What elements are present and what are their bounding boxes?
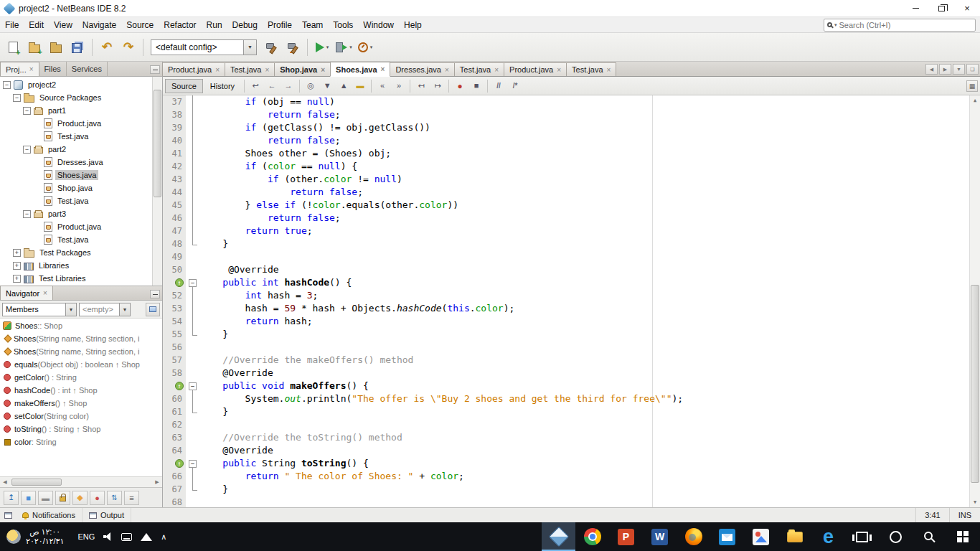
panel-tab-services[interactable]: Services xyxy=(67,62,108,76)
cortana-taskbar-button[interactable] xyxy=(879,522,913,551)
menu-run[interactable]: Run xyxy=(202,18,227,32)
search-taskbar-button[interactable] xyxy=(913,522,946,551)
language-indicator[interactable]: ENG xyxy=(77,532,95,541)
collapse-all-button[interactable]: ≡ xyxy=(124,491,139,505)
menu-refactor[interactable]: Refactor xyxy=(159,18,201,32)
menu-view[interactable]: View xyxy=(49,18,77,32)
sort-by-name-button[interactable]: ◆ xyxy=(72,491,88,505)
editor-forward-button[interactable]: → xyxy=(281,79,296,93)
show-inherited-button[interactable]: ↥ xyxy=(4,491,19,505)
editor-comment-button[interactable]: // xyxy=(491,79,507,93)
code-line[interactable]: 48 } xyxy=(163,237,980,250)
menu-window[interactable]: Window xyxy=(358,18,399,32)
editor-last-edit-button[interactable]: ↩ xyxy=(248,79,263,93)
editor-shift-right-button[interactable]: ↦ xyxy=(430,79,446,93)
restore-button[interactable] xyxy=(928,0,954,17)
tree-item-project2[interactable]: −project2 xyxy=(0,78,162,91)
menu-edit[interactable]: Edit xyxy=(24,18,49,32)
chevron-down-icon[interactable]: ▼ xyxy=(243,40,256,55)
tree-item-test-packages[interactable]: +Test Packages xyxy=(0,246,162,259)
editor-tab-shop-java[interactable]: Shop.java× xyxy=(274,62,331,76)
scroll-tabs-left-button[interactable]: ◀ xyxy=(925,64,938,75)
code-line[interactable]: 40 return false; xyxy=(163,134,980,147)
chevron-up-icon[interactable]: ∧ xyxy=(161,532,166,542)
toolbar-save-all-button[interactable] xyxy=(67,37,88,57)
navigator-horizontal-scrollbar[interactable]: ◀ ▶ xyxy=(0,476,162,487)
speaker-icon[interactable] xyxy=(103,532,113,541)
code-editor[interactable]: 37 if (obj == null)38 return false;39 if… xyxy=(163,95,980,507)
chevron-down-icon[interactable]: ▼ xyxy=(119,303,130,316)
search-dropdown-icon[interactable]: ▾ xyxy=(834,22,837,28)
editor-macro-start-button[interactable]: ● xyxy=(452,79,468,93)
chevron-down-icon[interactable]: ▼ xyxy=(65,303,76,316)
word-taskbar-button[interactable]: W xyxy=(643,522,677,551)
show-fields-button[interactable]: ■ xyxy=(21,491,36,505)
scope-filter-combobox[interactable]: <empty> ▼ xyxy=(79,303,131,316)
toolbar-run-button[interactable]: ▾ xyxy=(312,37,332,57)
tree-vertical-scrollbar[interactable] xyxy=(152,77,162,286)
code-line[interactable]: 52 int hash = 3; xyxy=(163,289,980,302)
editor-macro-stop-button[interactable]: ■ xyxy=(468,79,484,93)
config-combobox[interactable]: <default config> ▼ xyxy=(151,39,257,55)
code-line[interactable]: 46 return false; xyxy=(163,212,980,225)
debug-dropdown-icon[interactable]: ▾ xyxy=(349,44,352,50)
history-view-button[interactable]: History xyxy=(204,79,241,93)
wifi-icon[interactable] xyxy=(141,533,152,541)
code-line[interactable]: 56 xyxy=(163,341,980,354)
explorer-taskbar-button[interactable] xyxy=(778,522,811,551)
navigator-item[interactable]: toString() : String ↑ Shop xyxy=(0,423,162,435)
remote-status-icon[interactable] xyxy=(0,512,16,519)
source-view-button[interactable]: Source xyxy=(165,79,203,93)
menu-profile[interactable]: Profile xyxy=(263,18,297,32)
mail-taskbar-button[interactable] xyxy=(710,522,744,551)
tree-item-libraries[interactable]: +Libraries xyxy=(0,259,162,272)
output-tab[interactable]: Output xyxy=(83,508,131,522)
code-line[interactable]: 41 Shoes other = (Shoes) obj; xyxy=(163,147,980,160)
edge-taskbar-button[interactable]: e xyxy=(811,522,845,551)
members-filter-combobox[interactable]: Members ▼ xyxy=(2,303,77,316)
editor-toggle-highlight-button[interactable]: ▬ xyxy=(352,79,368,93)
expand-icon[interactable]: + xyxy=(13,262,21,270)
profile-dropdown-icon[interactable]: ▾ xyxy=(370,44,373,50)
panel-tab-proj[interactable]: Proj...× xyxy=(0,62,39,76)
tree-item-test-java[interactable]: Test.java xyxy=(0,130,162,143)
scroll-up-icon[interactable]: ▲ xyxy=(970,95,980,105)
navigator-item[interactable]: Shoes(String name, String section, i xyxy=(0,345,162,358)
code-line[interactable]: 42 if (color == null) { xyxy=(163,160,980,173)
toolbar-clean-build-button[interactable] xyxy=(283,37,303,57)
powerpoint-taskbar-button[interactable]: P xyxy=(609,522,643,551)
navigator-item[interactable]: setColor(String color) xyxy=(0,410,162,423)
editor-next-bookmark-button[interactable]: » xyxy=(391,79,407,93)
editor-tab-product-java[interactable]: Product.java× xyxy=(162,62,225,76)
code-line[interactable]: 57 //Override the makeOffers() method xyxy=(163,354,980,367)
editor-tab-test-java[interactable]: Test.java× xyxy=(454,62,504,76)
scroll-right-icon[interactable]: ▶ xyxy=(152,479,162,485)
editor-vertical-scrollbar[interactable]: ▲ ▼ xyxy=(969,95,980,507)
expand-icon[interactable]: + xyxy=(13,275,21,283)
code-line[interactable]: 63 //Override the toString() method xyxy=(163,431,980,444)
fold-toggle[interactable]: − xyxy=(186,276,200,289)
close-icon[interactable]: × xyxy=(43,289,47,297)
notifications-tab[interactable]: Notifications xyxy=(16,508,83,522)
tab-list-dropdown-button[interactable]: ▼ xyxy=(953,64,965,75)
code-line[interactable]: 38 return false; xyxy=(163,108,980,121)
menu-help[interactable]: Help xyxy=(399,18,427,32)
tree-item-product-java[interactable]: Product.java xyxy=(0,220,162,233)
code-line[interactable]: 45 } else if (!color.equals(other.color)… xyxy=(163,199,980,212)
navigator-view-button[interactable] xyxy=(146,303,160,316)
menu-source[interactable]: Source xyxy=(121,18,159,32)
tab-close-icon[interactable]: × xyxy=(29,65,34,73)
editor-shift-left-button[interactable]: ↤ xyxy=(413,79,429,93)
tab-navigator[interactable]: Navigator × xyxy=(0,286,53,300)
toolbar-debug-button[interactable]: ▾ xyxy=(334,37,354,57)
tab-close-icon[interactable]: × xyxy=(321,66,325,74)
code-line[interactable]: 49 xyxy=(163,250,980,263)
tree-item-test-java[interactable]: Test.java xyxy=(0,233,162,246)
navigator-item[interactable]: Shoes(String name, String section, i xyxy=(0,332,162,345)
toolbar-build-button[interactable] xyxy=(261,37,281,57)
code-line[interactable]: ↑− public int hashCode() { xyxy=(163,276,980,289)
editor-find-selection-button[interactable]: ◎ xyxy=(303,79,319,93)
editor-find-next-button[interactable]: ▼ xyxy=(319,79,335,93)
navigator-item[interactable]: makeOffers() ↑ Shop xyxy=(0,397,162,410)
navigator-item[interactable]: color : String xyxy=(0,435,162,448)
